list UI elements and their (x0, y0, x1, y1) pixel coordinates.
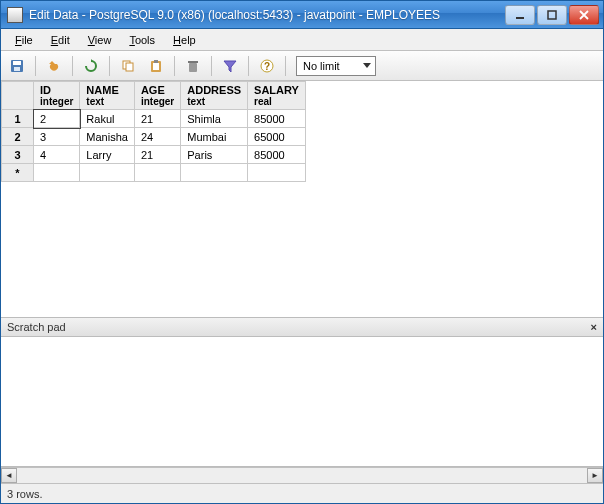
table-row: 2 3 Manisha 24 Mumbai 65000 (2, 128, 306, 146)
content-area: IDinteger NAMEtext AGEinteger ADDRESStex… (1, 81, 603, 483)
col-header-address[interactable]: ADDRESStext (181, 82, 248, 110)
row-header[interactable]: 3 (2, 146, 34, 164)
limit-selected: No limit (303, 60, 340, 72)
toolbar-separator (248, 56, 249, 76)
cell[interactable]: 24 (134, 128, 180, 146)
help-button[interactable]: ? (255, 55, 279, 77)
row-header[interactable]: 1 (2, 110, 34, 128)
cell[interactable] (181, 164, 248, 182)
row-header-new[interactable]: * (2, 164, 34, 182)
menu-edit[interactable]: Edit (43, 32, 78, 48)
chevron-down-icon (363, 63, 371, 68)
menu-tools[interactable]: Tools (121, 32, 163, 48)
maximize-button[interactable] (537, 5, 567, 25)
cell[interactable]: 3 (34, 128, 80, 146)
cell[interactable]: 85000 (248, 146, 306, 164)
toolbar-separator (109, 56, 110, 76)
refresh-icon (83, 58, 99, 74)
app-icon (7, 7, 23, 23)
undo-icon (46, 58, 62, 74)
cell[interactable]: Rakul (80, 110, 135, 128)
minimize-button[interactable] (505, 5, 535, 25)
cell[interactable]: Manisha (80, 128, 135, 146)
svg-text:?: ? (264, 61, 270, 72)
close-icon (579, 10, 589, 20)
svg-rect-8 (153, 63, 159, 70)
svg-rect-9 (154, 60, 158, 63)
svg-rect-4 (14, 67, 20, 71)
paste-button[interactable] (144, 55, 168, 77)
svg-rect-3 (13, 61, 21, 65)
refresh-button[interactable] (79, 55, 103, 77)
cell[interactable]: Shimla (181, 110, 248, 128)
svg-rect-1 (548, 11, 556, 19)
filter-icon (222, 58, 238, 74)
cell[interactable]: 4 (34, 146, 80, 164)
toolbar-separator (174, 56, 175, 76)
cell[interactable] (134, 164, 180, 182)
col-header-age[interactable]: AGEinteger (134, 82, 180, 110)
copy-button[interactable] (116, 55, 140, 77)
col-header-id[interactable]: IDinteger (34, 82, 80, 110)
statusbar: 3 rows. (1, 483, 603, 503)
toolbar-separator (285, 56, 286, 76)
table-row-new: * (2, 164, 306, 182)
cell[interactable]: Mumbai (181, 128, 248, 146)
undo-button[interactable] (42, 55, 66, 77)
grid-corner[interactable] (2, 82, 34, 110)
cell[interactable]: 2 (34, 110, 80, 128)
cell[interactable]: 65000 (248, 128, 306, 146)
cell[interactable]: Paris (181, 146, 248, 164)
app-window: Edit Data - PostgreSQL 9.0 (x86) (localh… (0, 0, 604, 504)
table-row: 1 2 Rakul 21 Shimla 85000 (2, 110, 306, 128)
close-button[interactable] (569, 5, 599, 25)
save-button[interactable] (5, 55, 29, 77)
cell[interactable]: 85000 (248, 110, 306, 128)
svg-rect-0 (516, 17, 524, 19)
delete-button[interactable] (181, 55, 205, 77)
col-header-salary[interactable]: SALARYreal (248, 82, 306, 110)
col-header-name[interactable]: NAMEtext (80, 82, 135, 110)
window-controls (505, 5, 599, 25)
data-grid: IDinteger NAMEtext AGEinteger ADDRESStex… (1, 81, 306, 182)
cell[interactable] (248, 164, 306, 182)
data-grid-pane[interactable]: IDinteger NAMEtext AGEinteger ADDRESStex… (1, 81, 603, 317)
menu-file[interactable]: File (7, 32, 41, 48)
cell[interactable]: 21 (134, 146, 180, 164)
menubar: File Edit View Tools Help (1, 29, 603, 51)
filter-button[interactable] (218, 55, 242, 77)
toolbar: ? No limit (1, 51, 603, 81)
scratch-pad-close-button[interactable]: × (591, 321, 597, 333)
scratch-pad-body[interactable] (1, 337, 603, 467)
scroll-left-button[interactable]: ◄ (1, 468, 17, 483)
paste-icon (148, 58, 164, 74)
svg-rect-10 (189, 63, 197, 72)
scratch-pad-header: Scratch pad × (1, 317, 603, 337)
cell[interactable] (34, 164, 80, 182)
window-title: Edit Data - PostgreSQL 9.0 (x86) (localh… (29, 8, 505, 22)
save-icon (9, 58, 25, 74)
maximize-icon (547, 10, 557, 20)
limit-dropdown[interactable]: No limit (296, 56, 376, 76)
help-icon: ? (259, 58, 275, 74)
horizontal-scrollbar[interactable]: ◄ ► (1, 467, 603, 483)
menu-help[interactable]: Help (165, 32, 204, 48)
copy-icon (120, 58, 136, 74)
titlebar: Edit Data - PostgreSQL 9.0 (x86) (localh… (1, 1, 603, 29)
svg-rect-11 (188, 61, 198, 63)
cell[interactable]: Larry (80, 146, 135, 164)
status-text: 3 rows. (7, 488, 42, 500)
row-header[interactable]: 2 (2, 128, 34, 146)
minimize-icon (515, 10, 525, 20)
trash-icon (185, 58, 201, 74)
svg-rect-6 (126, 63, 133, 71)
menu-view[interactable]: View (80, 32, 120, 48)
table-row: 3 4 Larry 21 Paris 85000 (2, 146, 306, 164)
cell[interactable]: 21 (134, 110, 180, 128)
cell[interactable] (80, 164, 135, 182)
toolbar-separator (211, 56, 212, 76)
scroll-right-button[interactable]: ► (587, 468, 603, 483)
scratch-pad-title: Scratch pad (7, 321, 66, 333)
toolbar-separator (35, 56, 36, 76)
toolbar-separator (72, 56, 73, 76)
